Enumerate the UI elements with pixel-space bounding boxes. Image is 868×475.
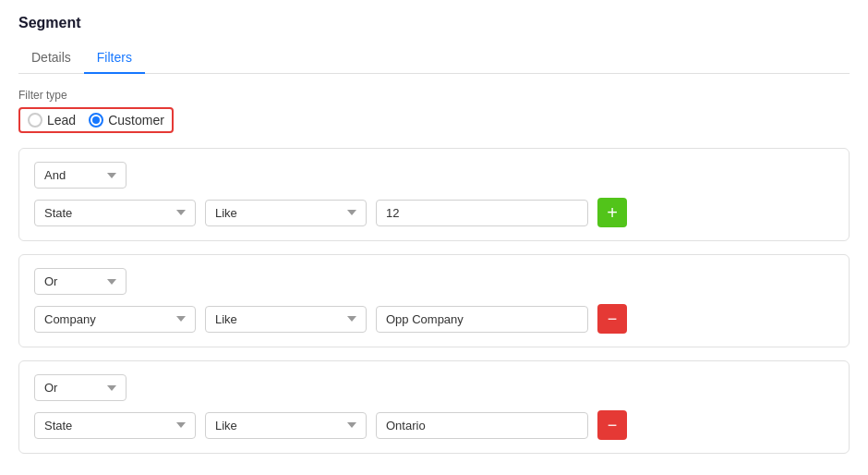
tab-filters[interactable]: Filters (84, 43, 145, 74)
value-input-1[interactable] (376, 200, 588, 226)
logic-select-3[interactable]: And Or (34, 374, 127, 401)
filter-block-3: And Or State Company Email Name Like Equ… (18, 360, 850, 454)
operator-select-2[interactable]: Like Equal Not Equal Contains (205, 306, 367, 333)
filter-block-2-logic-row: And Or (34, 268, 834, 295)
logic-select-2[interactable]: And Or (34, 268, 127, 295)
logic-select-1[interactable]: And Or (34, 162, 127, 189)
filter-block-2-condition-row: State Company Email Name Like Equal Not … (34, 304, 834, 334)
radio-lead-label: Lead (47, 113, 76, 128)
filter-type-radio-group: Lead Customer (18, 107, 174, 133)
value-input-2[interactable] (376, 306, 588, 333)
radio-lead-circle (28, 113, 42, 128)
filter-block-3-logic-row: And Or (34, 374, 834, 401)
add-button-1[interactable]: + (597, 198, 627, 227)
filter-block-3-condition-row: State Company Email Name Like Equal Not … (34, 410, 834, 440)
operator-select-1[interactable]: Like Equal Not Equal Contains (205, 200, 367, 226)
filter-block-2: And Or State Company Email Name Like Equ… (18, 254, 850, 347)
page-title: Segment (18, 15, 850, 31)
radio-customer-label: Customer (108, 113, 164, 128)
remove-button-2[interactable]: − (597, 304, 627, 334)
tabs-bar: Details Filters (18, 43, 850, 74)
filter-block-1: And Or State Company Email Name Like Equ… (18, 148, 850, 241)
operator-select-3[interactable]: Like Equal Not Equal Contains (205, 412, 367, 439)
radio-customer-circle (89, 113, 103, 128)
page-container: Segment Details Filters Filter type Lead… (0, 0, 868, 475)
filter-block-1-condition-row: State Company Email Name Like Equal Not … (34, 198, 834, 227)
radio-lead[interactable]: Lead (28, 113, 76, 128)
remove-button-3[interactable]: − (597, 410, 627, 440)
field-select-1[interactable]: State Company Email Name (34, 200, 196, 226)
field-select-2[interactable]: State Company Email Name (34, 306, 196, 333)
radio-customer[interactable]: Customer (89, 113, 164, 128)
filter-block-1-logic-row: And Or (34, 162, 834, 189)
field-select-3[interactable]: State Company Email Name (34, 412, 196, 439)
filter-type-label: Filter type (18, 89, 850, 102)
value-input-3[interactable] (376, 412, 588, 439)
tab-details[interactable]: Details (18, 43, 84, 74)
